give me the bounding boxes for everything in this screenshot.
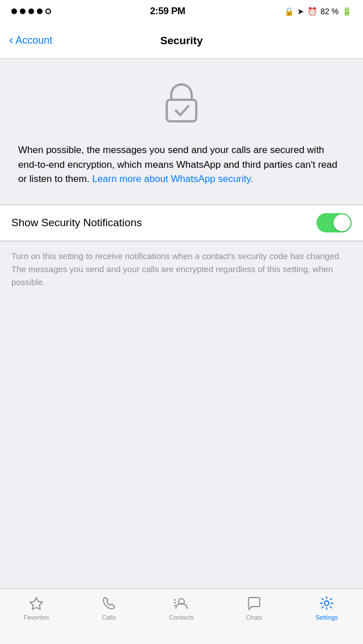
location-icon: ➤ xyxy=(297,7,304,16)
calls-icon xyxy=(100,595,117,612)
signal-dot-5 xyxy=(45,9,51,14)
tab-calls[interactable]: Calls xyxy=(73,595,145,621)
tab-favorites-label: Favorites xyxy=(23,614,49,621)
signal-dot-2 xyxy=(20,9,26,14)
chats-icon xyxy=(246,595,263,612)
alarm-icon: ⏰ xyxy=(307,7,317,16)
battery-icon: 🔋 xyxy=(342,7,352,16)
page-title: Security xyxy=(161,35,203,47)
lock-section: When possible, the messages you send and… xyxy=(0,59,363,205)
status-time: 2:59 PM xyxy=(150,6,185,17)
svg-rect-5 xyxy=(174,605,176,607)
tab-settings[interactable]: Settings xyxy=(290,595,363,621)
tab-chats[interactable]: Chats xyxy=(218,595,290,621)
battery-text: 82 % xyxy=(320,7,339,16)
toggle-knob xyxy=(334,214,351,231)
tab-chats-label: Chats xyxy=(246,614,263,621)
toggle-row: Show Security Notifications xyxy=(0,205,363,241)
toggle-section: Show Security Notifications xyxy=(0,205,363,242)
signal-dot-1 xyxy=(11,9,17,14)
security-notifications-toggle[interactable] xyxy=(316,213,352,232)
tab-calls-label: Calls xyxy=(102,614,116,621)
svg-marker-1 xyxy=(30,598,43,609)
favorites-icon xyxy=(28,595,45,612)
back-button[interactable]: ‹ Account xyxy=(9,35,52,46)
svg-rect-3 xyxy=(174,599,176,601)
svg-rect-4 xyxy=(174,602,176,604)
description-section: Turn on this setting to receive notifica… xyxy=(0,242,363,300)
lock-icon-wrapper xyxy=(159,79,204,127)
svg-point-6 xyxy=(324,601,329,605)
encryption-description: When possible, the messages you send and… xyxy=(18,143,345,187)
signal-dots xyxy=(11,9,51,14)
svg-rect-0 xyxy=(167,100,196,121)
tab-contacts-label: Contacts xyxy=(169,614,193,621)
toggle-label: Show Security Notifications xyxy=(11,217,142,229)
signal-dot-4 xyxy=(37,9,43,14)
content: When possible, the messages you send and… xyxy=(0,59,363,588)
lock-security-icon xyxy=(159,79,204,125)
contacts-icon xyxy=(173,595,190,612)
lock-icon: 🔒 xyxy=(284,7,294,16)
settings-icon xyxy=(318,595,335,612)
status-bar: 2:59 PM 🔒 ➤ ⏰ 82 % 🔋 xyxy=(0,0,363,23)
tab-settings-label: Settings xyxy=(315,614,338,621)
tab-contacts[interactable]: Contacts xyxy=(145,595,218,621)
back-label: Account xyxy=(15,35,52,46)
back-chevron-icon: ‹ xyxy=(9,34,13,46)
tab-bar: Favorites Calls Contacts xyxy=(0,588,363,644)
description-text: Turn on this setting to receive notifica… xyxy=(11,249,352,289)
learn-more-link[interactable]: Learn more about WhatsApp security. xyxy=(92,173,253,184)
tab-favorites[interactable]: Favorites xyxy=(0,595,73,621)
status-icons: 🔒 ➤ ⏰ 82 % 🔋 xyxy=(284,7,352,16)
nav-bar: ‹ Account Security xyxy=(0,23,363,59)
signal-dot-3 xyxy=(28,9,34,14)
